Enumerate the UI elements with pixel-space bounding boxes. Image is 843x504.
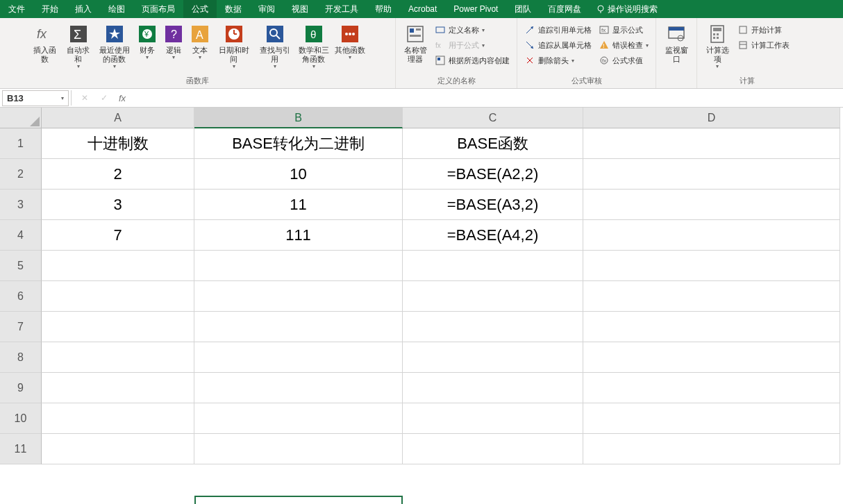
autosum-button[interactable]: Σ 自动求和▾ bbox=[62, 22, 94, 69]
create-from-selection-button[interactable]: 根据所选内容创建 bbox=[432, 53, 512, 68]
cell-D10[interactable] bbox=[583, 403, 840, 434]
remove-arrows-button[interactable]: 删除箭头▾ bbox=[521, 53, 594, 68]
formula-input[interactable] bbox=[137, 89, 843, 107]
cell-D3[interactable] bbox=[583, 190, 840, 220]
cell-D7[interactable] bbox=[583, 312, 840, 342]
menu-tab-数据[interactable]: 数据 bbox=[217, 0, 250, 18]
define-name-button[interactable]: 定义名称▾ bbox=[432, 22, 512, 37]
cell-A10[interactable] bbox=[42, 403, 194, 434]
cell-C11[interactable] bbox=[403, 434, 583, 464]
cancel-formula-button[interactable]: ✕ bbox=[78, 92, 91, 104]
cell-A1[interactable]: 十进制数 bbox=[42, 128, 194, 159]
name-manager-button[interactable]: 名称管理器 bbox=[400, 22, 431, 64]
menu-tab-文件[interactable]: 文件 bbox=[0, 0, 33, 18]
cell-D8[interactable] bbox=[583, 342, 840, 373]
cell-B10[interactable] bbox=[194, 403, 403, 434]
datetime-button[interactable]: 日期和时间▾ bbox=[214, 22, 254, 69]
use-in-formula-button[interactable]: fx用于公式▾ bbox=[432, 37, 512, 53]
row-header-8[interactable]: 8 bbox=[0, 342, 42, 373]
logical-button[interactable]: ? 逻辑▾ bbox=[161, 22, 186, 60]
show-formulas-button[interactable]: fx显示公式 bbox=[596, 22, 651, 37]
cell-D4[interactable] bbox=[583, 220, 840, 251]
cell-C6[interactable] bbox=[403, 281, 583, 312]
cell-A5[interactable] bbox=[42, 251, 194, 281]
cell-A4[interactable]: 7 bbox=[42, 220, 194, 251]
cell-B5[interactable] bbox=[194, 251, 403, 281]
cell-C10[interactable] bbox=[403, 403, 583, 434]
menu-tab-页面布局[interactable]: 页面布局 bbox=[133, 0, 183, 18]
menu-tab-开始[interactable]: 开始 bbox=[33, 0, 67, 18]
enter-formula-button[interactable]: ✓ bbox=[98, 92, 110, 104]
cell-A9[interactable] bbox=[42, 373, 194, 403]
column-header-C[interactable]: C bbox=[403, 108, 583, 128]
menu-tab-插入[interactable]: 插入 bbox=[67, 0, 100, 18]
cell-B7[interactable] bbox=[194, 312, 403, 342]
cell-B4[interactable]: 111 bbox=[194, 220, 403, 251]
trace-precedents-button[interactable]: 追踪引用单元格 bbox=[521, 22, 594, 37]
cell-B6[interactable] bbox=[194, 281, 403, 312]
row-header-10[interactable]: 10 bbox=[0, 403, 42, 434]
row-header-11[interactable]: 11 bbox=[0, 434, 42, 464]
recently-used-button[interactable]: 最近使用的函数▾ bbox=[96, 22, 133, 69]
insert-function-fx-button[interactable]: fx bbox=[117, 92, 130, 104]
select-all-corner[interactable] bbox=[0, 108, 42, 128]
more-functions-button[interactable]: 其他函数▾ bbox=[333, 22, 367, 60]
cell-C1[interactable]: BASE函数 bbox=[403, 128, 583, 159]
menu-tab-团队[interactable]: 团队 bbox=[506, 0, 540, 18]
calculate-now-button[interactable]: 开始计算 bbox=[735, 22, 792, 37]
cell-C2[interactable]: =BASE(A2,2) bbox=[403, 159, 583, 190]
cell-C7[interactable] bbox=[403, 312, 583, 342]
cell-D6[interactable] bbox=[583, 281, 840, 312]
cell-A6[interactable] bbox=[42, 281, 194, 312]
row-header-5[interactable]: 5 bbox=[0, 251, 42, 281]
cell-A3[interactable]: 3 bbox=[42, 190, 194, 220]
text-button[interactable]: A 文本▾ bbox=[187, 22, 212, 60]
column-header-A[interactable]: A bbox=[42, 108, 194, 128]
cell-B11[interactable] bbox=[194, 434, 403, 464]
cell-D1[interactable] bbox=[583, 128, 840, 159]
cell-B9[interactable] bbox=[194, 373, 403, 403]
menu-tab-Power Pivot[interactable]: Power Pivot bbox=[445, 0, 506, 18]
menu-tab-公式[interactable]: 公式 bbox=[183, 0, 217, 18]
financial-button[interactable]: ¥ 财务▾ bbox=[135, 22, 160, 60]
row-header-4[interactable]: 4 bbox=[0, 220, 42, 251]
row-header-6[interactable]: 6 bbox=[0, 281, 42, 312]
tell-me-search[interactable]: 操作说明搜索 bbox=[590, 3, 665, 15]
column-header-D[interactable]: D bbox=[583, 108, 840, 128]
cell-D5[interactable] bbox=[583, 251, 840, 281]
menu-tab-绘图[interactable]: 绘图 bbox=[100, 0, 133, 18]
menu-tab-审阅[interactable]: 审阅 bbox=[250, 0, 283, 18]
menu-tab-帮助[interactable]: 帮助 bbox=[367, 0, 400, 18]
cell-A7[interactable] bbox=[42, 312, 194, 342]
cell-A8[interactable] bbox=[42, 342, 194, 373]
row-header-1[interactable]: 1 bbox=[0, 128, 42, 159]
menu-tab-视图[interactable]: 视图 bbox=[283, 0, 317, 18]
cell-D11[interactable] bbox=[583, 434, 840, 464]
lookup-button[interactable]: 查找与引用▾ bbox=[256, 22, 294, 69]
cell-A2[interactable]: 2 bbox=[42, 159, 194, 190]
row-header-3[interactable]: 3 bbox=[0, 190, 42, 220]
cell-B8[interactable] bbox=[194, 342, 403, 373]
insert-function-button[interactable]: fx 插入函数 bbox=[29, 22, 61, 64]
name-box[interactable]: B13 ▾ bbox=[2, 90, 69, 106]
menu-tab-开发工具[interactable]: 开发工具 bbox=[317, 0, 367, 18]
row-header-9[interactable]: 9 bbox=[0, 373, 42, 403]
cell-D2[interactable] bbox=[583, 159, 840, 190]
calculation-options-button[interactable]: 计算选项▾ bbox=[701, 22, 733, 69]
cell-C9[interactable] bbox=[403, 373, 583, 403]
cell-B2[interactable]: 10 bbox=[194, 159, 403, 190]
trace-dependents-button[interactable]: 追踪从属单元格 bbox=[521, 37, 594, 53]
cell-C5[interactable] bbox=[403, 251, 583, 281]
cell-C3[interactable]: =BASE(A3,2) bbox=[403, 190, 583, 220]
calculate-sheet-button[interactable]: 计算工作表 bbox=[735, 37, 792, 53]
cell-C8[interactable] bbox=[403, 342, 583, 373]
name-box-dropdown-icon[interactable]: ▾ bbox=[61, 95, 64, 101]
math-trig-button[interactable]: θ 数学和三角函数▾ bbox=[296, 22, 332, 69]
evaluate-formula-button[interactable]: fx公式求值 bbox=[596, 53, 651, 68]
column-header-B[interactable]: B bbox=[194, 108, 403, 128]
menu-tab-百度网盘[interactable]: 百度网盘 bbox=[540, 0, 590, 18]
cell-B3[interactable]: 11 bbox=[194, 190, 403, 220]
cell-B1[interactable]: BASE转化为二进制 bbox=[194, 128, 403, 159]
error-check-button[interactable]: !错误检查▾ bbox=[596, 37, 651, 53]
cell-D9[interactable] bbox=[583, 373, 840, 403]
